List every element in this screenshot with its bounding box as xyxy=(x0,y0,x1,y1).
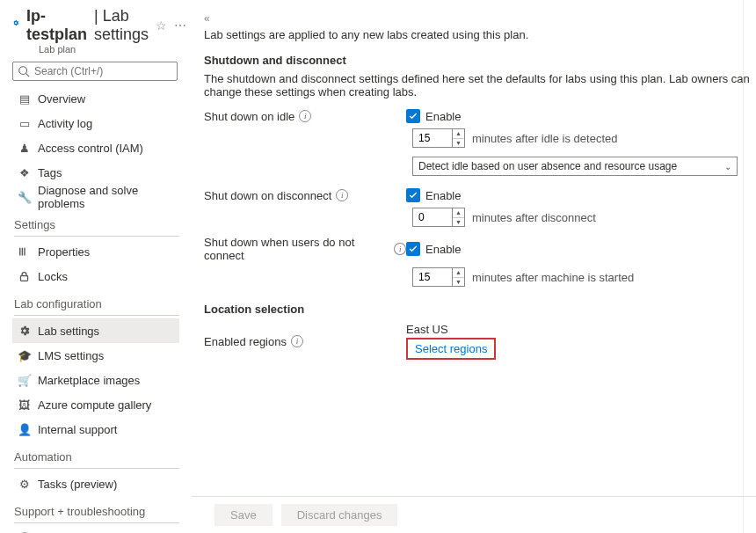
info-icon[interactable]: i xyxy=(394,243,406,255)
sidebar-item-label: Diagnose and solve problems xyxy=(38,184,176,210)
sidebar-section-settings: Settings xyxy=(14,218,179,237)
resource-section: | Lab settings xyxy=(94,7,149,44)
sidebar-item-compute-gallery[interactable]: 🖼 Azure compute gallery xyxy=(12,392,179,417)
sidebar-item-label: Activity log xyxy=(38,117,92,130)
resource-name: Ip-testplan xyxy=(26,7,87,44)
sidebar-search xyxy=(12,62,178,81)
idle-detection-select[interactable]: Detect idle based on user absence and re… xyxy=(412,157,738,176)
svg-line-1 xyxy=(26,74,30,77)
activity-log-icon: ▭ xyxy=(18,117,31,130)
content-pane: « Lab settings are applied to any new la… xyxy=(192,0,756,533)
sidebar-item-label: LMS settings xyxy=(38,349,104,362)
sidebar-item-label: Tasks (preview) xyxy=(38,478,117,491)
sidebar-item-locks[interactable]: Locks xyxy=(12,264,179,288)
stepper-arrows[interactable]: ▲▼ xyxy=(452,129,464,147)
sidebar-item-internal-support[interactable]: 👤 Internal support xyxy=(12,417,179,442)
properties-icon xyxy=(18,245,31,259)
more-icon[interactable]: ⋯ xyxy=(174,18,186,33)
noconnect-suffix: minutes after machine is started xyxy=(472,271,634,284)
disconnect-enable-checkbox[interactable]: Enable xyxy=(406,188,461,202)
sidebar-section-support: Support + troubleshooting xyxy=(14,505,179,523)
page-intro: Lab settings are applied to any new labs… xyxy=(204,28,752,41)
idle-enable-checkbox[interactable]: Enable xyxy=(406,109,461,123)
favorite-icon[interactable]: ☆ xyxy=(156,18,167,33)
search-icon xyxy=(18,65,30,77)
chevron-down-icon: ⌄ xyxy=(724,162,731,172)
idle-minutes-input[interactable] xyxy=(413,132,452,144)
stepper-arrows[interactable]: ▲▼ xyxy=(452,268,464,286)
resource-type: Lab plan xyxy=(39,44,186,55)
row-shutdown-idle: Shut down on idle i Enable xyxy=(204,109,752,123)
select-regions-link[interactable]: Select regions xyxy=(406,338,496,360)
location-heading: Location selection xyxy=(204,303,752,316)
noconnect-minutes-stepper[interactable]: ▲▼ xyxy=(412,267,465,287)
tags-icon: ❖ xyxy=(18,166,31,179)
discard-button[interactable]: Discard changes xyxy=(281,504,398,526)
disconnect-minutes-input[interactable] xyxy=(413,211,452,223)
enable-label: Enable xyxy=(425,243,461,256)
sidebar-item-label: Lab settings xyxy=(38,325,99,338)
tasks-icon: ⚙ xyxy=(18,478,31,491)
sidebar-item-new-support-request[interactable]: 💬 New Support Request xyxy=(12,526,179,533)
search-input[interactable] xyxy=(12,62,178,81)
row-shutdown-noconnect: Shut down when users do not connect i En… xyxy=(204,236,752,262)
noconnect-label: Shut down when users do not connect xyxy=(204,236,389,262)
sidebar-item-label: Overview xyxy=(38,92,85,106)
disconnect-label: Shut down on disconnect xyxy=(204,189,331,202)
svg-point-0 xyxy=(19,67,27,75)
disconnect-minutes-stepper[interactable]: ▲▼ xyxy=(412,208,465,227)
sidebar-item-label: Access control (IAM) xyxy=(38,142,143,155)
row-shutdown-disconnect: Shut down on disconnect i Enable xyxy=(204,188,752,202)
lock-icon xyxy=(18,270,31,283)
info-icon[interactable]: i xyxy=(299,110,311,122)
footer-bar: Save Discard changes xyxy=(192,496,756,533)
left-panel: Ip-testplan | Lab settings ☆ ⋯ Lab plan … xyxy=(0,0,186,533)
save-button[interactable]: Save xyxy=(214,504,273,526)
sidebar-item-activity-log[interactable]: ▭ Activity log xyxy=(12,111,179,135)
sidebar-item-label: Properties xyxy=(38,245,90,259)
enabled-regions-value: East US xyxy=(406,323,496,336)
checkbox-checked-icon xyxy=(406,242,420,256)
gear-icon xyxy=(12,16,19,35)
enabled-regions-label: Enabled regions xyxy=(204,335,287,348)
shutdown-desc: The shutdown and disconnect settings def… xyxy=(204,72,752,99)
sidebar-section-lab-configuration: Lab configuration xyxy=(14,297,179,316)
disconnect-suffix: minutes after disconnect xyxy=(472,211,596,224)
compute-gallery-icon: 🖼 xyxy=(18,398,31,412)
info-icon[interactable]: i xyxy=(336,189,348,201)
sidebar-item-label: Tags xyxy=(38,166,62,179)
collapse-sidebar-icon[interactable]: « xyxy=(204,12,210,25)
sidebar-item-label: Marketplace images xyxy=(38,374,140,387)
sidebar-item-properties[interactable]: Properties xyxy=(12,239,179,264)
overview-icon: ▤ xyxy=(18,92,31,106)
sidebar-item-lms-settings[interactable]: 🎓 LMS settings xyxy=(12,343,179,368)
idle-suffix: minutes after idle is detected xyxy=(472,132,617,145)
sidebar-item-access-control[interactable]: ♟ Access control (IAM) xyxy=(12,135,179,160)
sidebar-item-label: Internal support xyxy=(38,423,117,436)
sidebar-item-overview[interactable]: ▤ Overview xyxy=(12,86,179,111)
access-control-icon: ♟ xyxy=(18,142,31,155)
sidebar-item-marketplace-images[interactable]: 🛒 Marketplace images xyxy=(12,368,179,392)
idle-label: Shut down on idle xyxy=(204,110,294,123)
scrollbar[interactable] xyxy=(743,0,756,533)
sidebar-item-tags[interactable]: ❖ Tags xyxy=(12,160,179,185)
enable-label: Enable xyxy=(425,110,461,123)
lms-icon: 🎓 xyxy=(18,349,31,362)
sidebar-item-lab-settings[interactable]: Lab settings xyxy=(12,318,179,343)
checkbox-checked-icon xyxy=(406,109,420,123)
sidebar-item-tasks[interactable]: ⚙ Tasks (preview) xyxy=(12,471,179,496)
info-icon[interactable]: i xyxy=(291,335,303,347)
enable-label: Enable xyxy=(425,189,461,202)
select-value: Detect idle based on user absence and re… xyxy=(418,160,677,172)
idle-minutes-stepper[interactable]: ▲▼ xyxy=(412,128,465,148)
noconnect-minutes-input[interactable] xyxy=(413,271,452,283)
gear-icon xyxy=(18,325,31,338)
sidebar-item-label: Azure compute gallery xyxy=(38,398,151,412)
sidebar-section-automation: Automation xyxy=(14,450,179,469)
sidebar-item-label: Locks xyxy=(38,270,68,283)
sidebar-item-diagnose[interactable]: 🔧 Diagnose and solve problems xyxy=(12,185,179,209)
svg-rect-2 xyxy=(20,275,27,281)
stepper-arrows[interactable]: ▲▼ xyxy=(452,208,464,226)
noconnect-enable-checkbox[interactable]: Enable xyxy=(406,242,461,256)
marketplace-icon: 🛒 xyxy=(18,374,31,387)
